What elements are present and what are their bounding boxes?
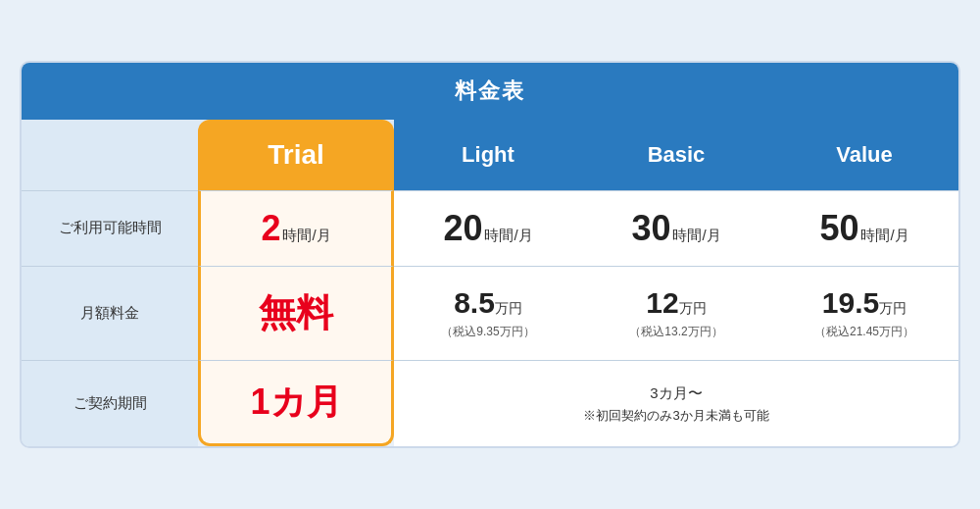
- contract-period-label: ご契約期間: [22, 360, 198, 447]
- monthly-fee-basic-tax: （税込13.2万円）: [629, 324, 722, 340]
- value-header: Value: [770, 120, 958, 190]
- monthly-fee-value: 19.5 万円 （税込21.45万円）: [770, 266, 958, 360]
- usage-time-basic: 30 時間/月: [582, 190, 770, 266]
- usage-time-value: 50 時間/月: [770, 190, 958, 266]
- usage-time-label: ご利用可能時間: [22, 190, 198, 266]
- monthly-fee-basic: 12 万円 （税込13.2万円）: [582, 266, 770, 360]
- empty-header: [22, 120, 198, 190]
- contract-period-trial: 1カ月: [198, 360, 394, 447]
- contract-period-main: 3カ月〜: [583, 381, 768, 406]
- basic-header: Basic: [582, 120, 770, 190]
- monthly-fee-light-tax: （税込9.35万円）: [441, 324, 534, 340]
- usage-time-light: 20 時間/月: [394, 190, 582, 266]
- monthly-fee-value-tax: （税込21.45万円）: [814, 324, 914, 340]
- light-header: Light: [394, 120, 582, 190]
- monthly-fee-light: 8.5 万円 （税込9.35万円）: [394, 266, 582, 360]
- data-grid: ご利用可能時間 2 時間/月 20 時間/月 30 時間/月 50 時間/月: [22, 190, 958, 447]
- trial-header: Trial: [198, 120, 394, 190]
- monthly-fee-trial: 無料: [198, 266, 394, 360]
- monthly-fee-label: 月額料金: [22, 266, 198, 360]
- contract-period-note: ※初回契約のみ3か月未満も可能: [583, 405, 768, 427]
- table-title: 料金表: [22, 63, 958, 120]
- usage-time-trial: 2 時間/月: [198, 190, 394, 266]
- pricing-table: 料金表 Trial Light Basic Value ご利用可能時間 2 時間…: [20, 61, 960, 449]
- contract-period-others: 3カ月〜 ※初回契約のみ3か月未満も可能: [394, 360, 958, 447]
- column-headers: Trial Light Basic Value: [22, 120, 958, 190]
